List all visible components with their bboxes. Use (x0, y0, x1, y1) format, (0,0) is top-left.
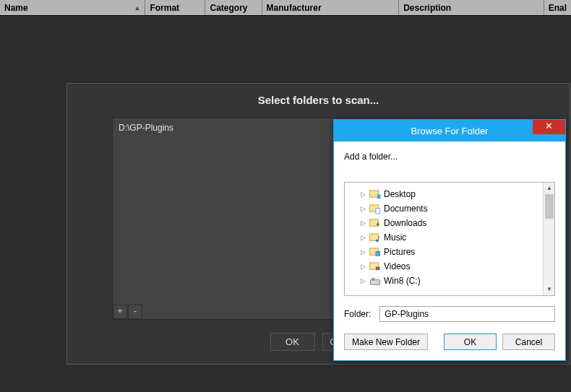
tree-label: Documents (384, 204, 428, 214)
close-button[interactable]: ✕ (533, 120, 565, 134)
dialog-title: Select folders to scan... (67, 84, 570, 118)
tree-item-desktop[interactable]: ▷ Desktop (348, 187, 551, 201)
tree-item-drive-c[interactable]: ▷ Win8 (C:) (348, 274, 551, 288)
scroll-up-icon[interactable]: ▲ (544, 183, 555, 194)
column-label: Format (150, 3, 179, 13)
expand-icon[interactable]: ▷ (359, 234, 366, 241)
tree-label: Pictures (384, 247, 415, 257)
add-folder-button[interactable]: + (113, 305, 127, 319)
tree-content: ▷ Desktop ▷ Documents ▷ (345, 183, 554, 292)
column-label: Manufacturer (267, 3, 322, 13)
drive-icon (369, 276, 381, 287)
folder-label: Folder: (344, 309, 371, 319)
column-label: Category (210, 3, 247, 13)
expand-icon[interactable]: ▷ (359, 263, 366, 270)
expand-icon[interactable]: ▷ (359, 205, 366, 212)
svg-rect-12 (372, 277, 374, 280)
sort-asc-icon: ▲ (134, 4, 141, 12)
folder-tree[interactable]: ▷ Desktop ▷ Documents ▷ (344, 182, 555, 296)
tree-scrollbar[interactable]: ▲ ▼ (543, 183, 554, 295)
column-header-enable[interactable]: Enal (544, 0, 571, 15)
column-header-manufacturer[interactable]: Manufacturer (262, 0, 400, 15)
browse-for-folder-dialog: Browse For Folder ✕ Add a folder... ▷ De… (333, 119, 566, 361)
column-label: Name (4, 3, 28, 13)
folder-input[interactable] (379, 306, 555, 322)
make-new-folder-button[interactable]: Make New Folder (344, 334, 428, 350)
music-icon (369, 232, 381, 243)
tree-label: Downloads (384, 218, 426, 228)
tree-item-documents[interactable]: ▷ Documents (348, 201, 551, 216)
remove-folder-button[interactable]: - (128, 305, 142, 319)
column-header-name[interactable]: Name ▲ (0, 0, 145, 15)
tree-item-videos[interactable]: ▷ Videos (348, 259, 551, 274)
ok-button[interactable]: OK (444, 334, 497, 350)
window-title: Browse For Folder (334, 126, 565, 136)
titlebar[interactable]: Browse For Folder ✕ (334, 120, 565, 141)
svg-rect-3 (376, 208, 380, 214)
pictures-icon (369, 247, 381, 258)
svg-rect-10 (376, 266, 380, 270)
column-header-category[interactable]: Category (205, 0, 262, 15)
expand-icon[interactable]: ▷ (359, 219, 366, 227)
close-icon: ✕ (545, 121, 553, 131)
column-label: Enal (549, 3, 567, 13)
scroll-down-icon[interactable]: ▼ (544, 284, 555, 295)
tree-item-pictures[interactable]: ▷ Pictures (348, 245, 551, 259)
svg-point-6 (376, 239, 379, 242)
videos-icon (369, 261, 381, 272)
tree-label: Videos (384, 261, 410, 271)
instruction-text: Add a folder... (344, 152, 555, 162)
downloads-icon (369, 218, 381, 229)
cancel-button[interactable]: Cancel (502, 334, 555, 350)
documents-icon (369, 204, 381, 214)
desktop-icon (369, 189, 381, 200)
ok-button[interactable]: OK (270, 333, 315, 351)
svg-rect-11 (370, 279, 379, 284)
scroll-thumb[interactable] (545, 194, 554, 219)
expand-icon[interactable]: ▷ (359, 277, 366, 284)
folder-field-row: Folder: (344, 306, 555, 322)
tree-label: Win8 (C:) (384, 276, 421, 286)
tree-item-music[interactable]: ▷ Music (348, 230, 551, 245)
list-controls: + - (113, 305, 142, 319)
browse-buttons: Make New Folder OK Cancel (344, 334, 555, 350)
tree-item-downloads[interactable]: ▷ Downloads (348, 216, 551, 230)
column-label: Description (403, 3, 451, 13)
plugin-table-header: Name ▲ Format Category Manufacturer Desc… (0, 0, 571, 16)
expand-icon[interactable]: ▷ (359, 248, 366, 256)
tree-label: Desktop (384, 189, 416, 199)
column-header-description[interactable]: Description (399, 0, 544, 15)
column-header-format[interactable]: Format (145, 0, 205, 15)
svg-rect-1 (377, 194, 381, 199)
tree-label: Music (384, 232, 406, 243)
svg-rect-8 (376, 251, 380, 256)
dialog-body: Add a folder... ▷ Desktop ▷ Documents (334, 141, 565, 360)
expand-icon[interactable]: ▷ (359, 191, 366, 198)
